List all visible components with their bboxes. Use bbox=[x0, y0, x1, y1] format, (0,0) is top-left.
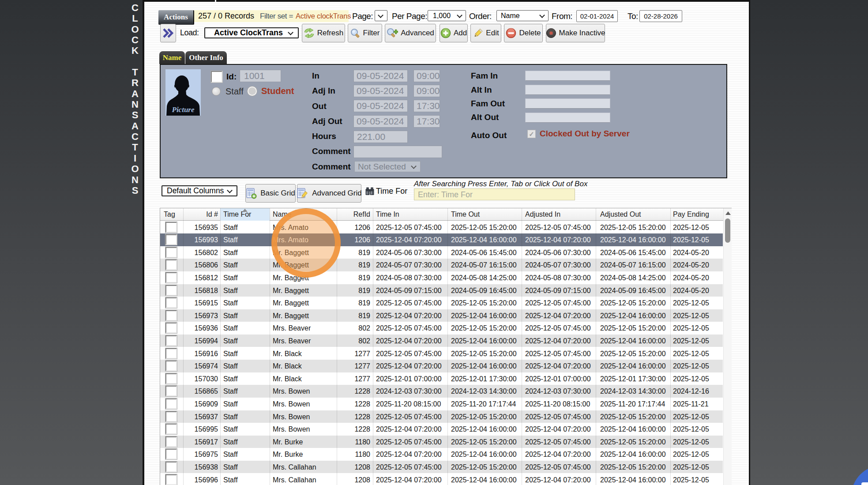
svg-text:Picture: Picture bbox=[172, 105, 195, 114]
